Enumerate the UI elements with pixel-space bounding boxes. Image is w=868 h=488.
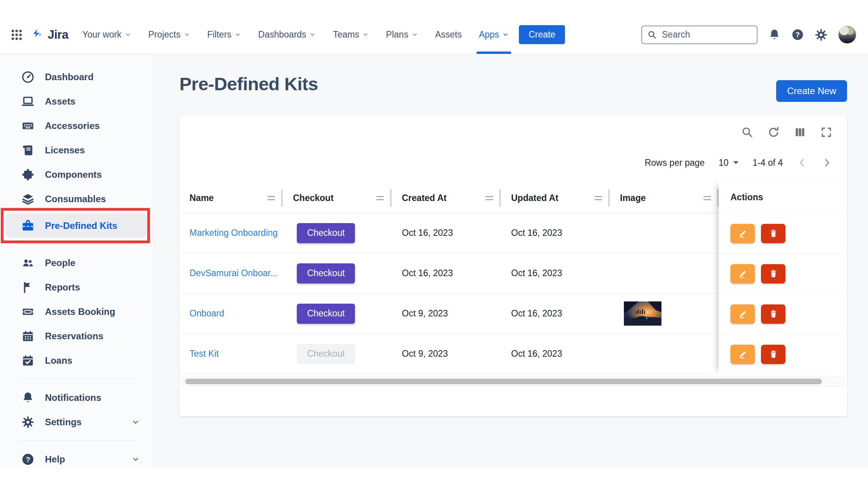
table-row: Test KitCheckoutOct 9, 2023Oct 16, 2023: [179, 334, 719, 374]
nav-item-label: Dashboards: [258, 29, 306, 40]
sidebar-item-label: Consumables: [45, 194, 106, 204]
kit-name-link[interactable]: Marketing Onboarding: [189, 228, 278, 238]
sidebar-item-label: Reports: [45, 282, 80, 293]
kit-name-link[interactable]: Onboard: [189, 308, 224, 318]
nav-item-projects[interactable]: Projects: [148, 29, 190, 40]
search-input[interactable]: [661, 29, 751, 40]
name-cell: Onboard: [179, 308, 283, 319]
table-fullscreen-button[interactable]: [820, 126, 832, 138]
delete-button[interactable]: [761, 304, 785, 324]
pencil-icon: [738, 309, 748, 319]
column-header-image: Image: [610, 183, 719, 213]
table-columns-button[interactable]: [794, 126, 806, 138]
table-search-button[interactable]: [741, 126, 753, 138]
kit-image-thumbnail[interactable]: [624, 301, 661, 326]
jira-logo-text: Jira: [48, 28, 68, 42]
bell-icon: [21, 391, 34, 404]
sidebar-item-reservations[interactable]: Reservations: [0, 324, 154, 348]
nav-item-label: Your work: [82, 29, 121, 40]
settings-gear-icon[interactable]: [815, 28, 828, 41]
column-header-checkout: Checkout: [283, 183, 392, 213]
sidebar-item-assets[interactable]: Assets: [0, 89, 154, 113]
sidebar-item-label: Pre-Defined Kits: [45, 220, 117, 231]
delete-button[interactable]: [761, 264, 785, 284]
notifications-bell-icon[interactable]: [768, 28, 781, 41]
help-icon[interactable]: ?: [791, 28, 804, 41]
column-header-label: Updated At: [511, 193, 558, 203]
sidebar-item-label: Loans: [45, 355, 72, 366]
chevron-down-icon: [362, 31, 369, 38]
app-grid-icon: [10, 28, 23, 41]
column-menu-icon[interactable]: [267, 196, 275, 200]
delete-button[interactable]: [761, 224, 785, 243]
column-header-label: Checkout: [293, 193, 334, 203]
sidebar-item-dashboard[interactable]: Dashboard: [0, 65, 154, 89]
column-menu-icon[interactable]: [703, 196, 711, 200]
nav-item-filters[interactable]: Filters: [207, 29, 241, 40]
sidebar-item-assets-booking[interactable]: Assets Booking: [0, 299, 154, 324]
nav-item-plans[interactable]: Plans: [386, 29, 418, 40]
nav-item-dashboards[interactable]: Dashboards: [258, 29, 316, 40]
sidebar-item-consumables[interactable]: Consumables: [0, 187, 154, 211]
question-circle-icon: ?: [791, 28, 804, 41]
nav-items: Your workProjectsFiltersDashboardsTeamsP…: [82, 29, 509, 40]
column-menu-icon[interactable]: [486, 196, 493, 200]
sidebar-item-people[interactable]: People: [0, 251, 154, 275]
pencil-icon: [738, 349, 748, 359]
edit-button[interactable]: [730, 345, 755, 364]
rows-per-page-select[interactable]: 10: [718, 158, 739, 168]
help-icon: ?: [21, 453, 34, 466]
sidebar-item-loans[interactable]: Loans: [0, 348, 154, 373]
user-avatar[interactable]: [838, 26, 856, 44]
app-switcher-icon[interactable]: [10, 28, 23, 41]
checkout-button[interactable]: Checkout: [297, 304, 355, 324]
table-row: Marketing OnboardingCheckoutOct 16, 2023…: [179, 213, 719, 253]
create-button[interactable]: Create: [519, 25, 565, 44]
nav-item-your-work[interactable]: Your work: [82, 29, 131, 40]
top-nav-bar: Jira Your workProjectsFiltersDashboardsT…: [0, 0, 868, 54]
nav-item-teams[interactable]: Teams: [333, 29, 369, 40]
column-header-updated-at: Updated At: [501, 183, 610, 213]
sidebar-item-notifications[interactable]: Notifications: [0, 385, 154, 410]
edit-button[interactable]: [730, 264, 755, 284]
kit-name-link[interactable]: Test Kit: [189, 349, 219, 359]
create-new-button[interactable]: Create New: [776, 80, 847, 102]
previous-page-button[interactable]: [797, 157, 808, 168]
sidebar-item-help[interactable]: ?Help: [0, 447, 154, 471]
table-refresh-button[interactable]: [768, 126, 780, 138]
sidebar-item-settings[interactable]: Settings: [0, 410, 154, 434]
sidebar-item-label: Settings: [45, 417, 82, 428]
kit-name-link[interactable]: DevSamurai Onboar...: [189, 268, 278, 278]
checkout-button[interactable]: Checkout: [297, 263, 355, 284]
nav-item-assets[interactable]: Assets: [435, 29, 462, 40]
horizontal-scrollbar-thumb[interactable]: [185, 379, 822, 384]
actions-row: [719, 294, 847, 334]
created-at-cell: Oct 16, 2023: [392, 228, 501, 238]
sidebar: DashboardAssetsAccessoriesLicensesCompon…: [0, 55, 154, 468]
table-row: DevSamurai Onboar...CheckoutOct 16, 2023…: [179, 253, 719, 294]
keyboard-icon: [21, 119, 34, 132]
chevron-down-icon: [234, 31, 241, 38]
trash-icon: [768, 269, 778, 279]
checkout-button[interactable]: Checkout: [297, 223, 355, 243]
sidebar-item-components[interactable]: Components: [0, 162, 154, 187]
edit-button[interactable]: [730, 304, 755, 324]
page-title: Pre-Defined Kits: [179, 73, 318, 95]
sidebar-item-licenses[interactable]: Licenses: [0, 138, 154, 162]
search-box[interactable]: [641, 26, 758, 44]
column-menu-icon[interactable]: [594, 196, 602, 200]
column-menu-icon[interactable]: [376, 196, 384, 200]
sidebar-item-label: Notifications: [45, 392, 101, 403]
next-page-button[interactable]: [822, 157, 832, 168]
nav-item-label: Plans: [386, 29, 408, 40]
nav-item-label: Teams: [333, 29, 359, 40]
jira-logo[interactable]: Jira: [30, 28, 68, 42]
edit-button[interactable]: [730, 224, 755, 243]
sidebar-item-reports[interactable]: Reports: [0, 275, 154, 299]
delete-button[interactable]: [761, 345, 785, 364]
nav-item-apps[interactable]: Apps: [479, 29, 509, 40]
actions-row: [719, 213, 847, 253]
sidebar-item-accessories[interactable]: Accessories: [0, 113, 154, 138]
sidebar-item-pre-defined-kits[interactable]: Pre-Defined Kits: [5, 213, 147, 238]
sidebar-divider: [19, 379, 135, 379]
